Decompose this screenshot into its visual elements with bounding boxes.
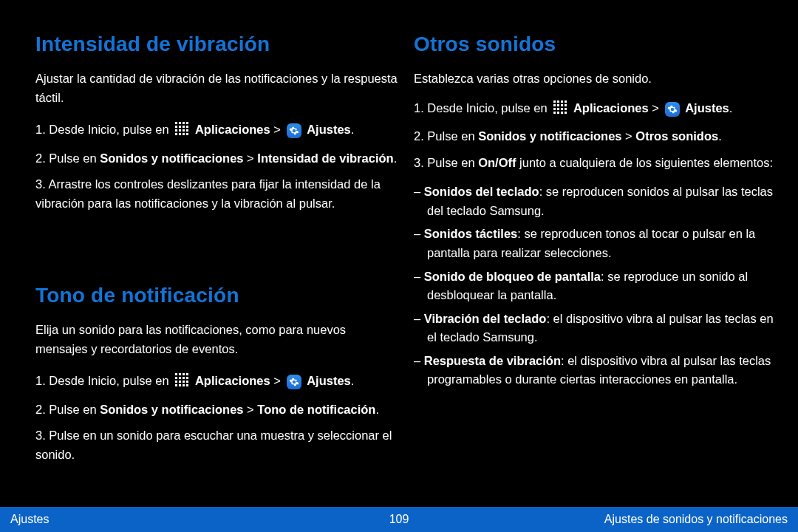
svg-rect-21 [179,377,181,379]
heading-vibration-intensity: Intensidad de vibración [35,33,398,56]
svg-rect-20 [175,377,177,379]
arrow: > [247,151,257,165]
apps-icon [174,121,189,142]
step-prefix-r: Desde Inicio, pulse en [427,101,547,115]
svg-rect-42 [561,108,563,110]
tail-vibration: Arrastre los controles deslizantes para … [35,177,381,210]
list-item: Vibración del teclado: el dispositivo vi… [414,310,776,347]
step-prefix-2: Desde Inicio, pulse en [49,374,168,387]
svg-rect-3 [186,122,188,124]
path-sounds-2: Sonidos y notificaciones [100,403,243,416]
svg-rect-47 [565,112,567,114]
svg-rect-17 [179,373,181,375]
svg-rect-40 [553,108,556,110]
svg-rect-36 [553,104,556,106]
svg-rect-2 [183,122,185,124]
list-item: Respuesta de vibración: el dispositivo v… [414,352,776,389]
svg-rect-0 [175,122,177,124]
svg-rect-26 [183,381,185,383]
svg-rect-39 [565,104,567,106]
apps-label-2: Aplicaciones [195,374,270,387]
svg-rect-23 [186,377,188,379]
arrow: > [273,374,284,387]
svg-rect-24 [175,381,177,383]
svg-rect-7 [186,126,188,128]
settings-label-r: Ajustes [685,101,729,115]
settings-label-2: Ajustes [307,374,351,387]
svg-rect-43 [565,108,567,110]
apps-icon [553,100,567,120]
svg-rect-38 [561,104,563,106]
arrow: > [247,403,257,416]
settings-label: Ajustes [307,123,351,136]
path-sounds: Sonidos y notificaciones [100,151,243,165]
heading-notification-tone: Tono de notificación [35,284,398,307]
svg-rect-30 [183,384,185,386]
svg-rect-9 [179,129,181,132]
path-end-vibration: Intensidad de vibración [257,151,393,165]
svg-rect-13 [179,133,181,135]
svg-rect-32 [553,100,556,103]
path-sounds-r: Sonidos y notificaciones [478,129,621,143]
gear-icon [287,123,301,138]
gear-icon [665,102,680,117]
svg-rect-22 [183,377,185,379]
svg-rect-11 [186,129,188,132]
path-end-tone: Tono de notificación [257,403,375,416]
svg-rect-10 [183,129,185,132]
svg-rect-14 [183,133,185,135]
svg-rect-1 [179,122,181,124]
svg-rect-12 [175,133,177,135]
svg-rect-34 [561,100,563,103]
gear-icon [287,375,301,389]
footer-left: Ajustes [10,513,49,526]
tail-tone: Pulse en un sonido para escuchar una mue… [35,429,392,461]
intro-other-sounds: Establezca varias otras opciones de soni… [414,72,652,85]
svg-rect-44 [553,112,556,114]
list-item: Sonidos táctiles: se reproducen tonos al… [414,225,776,262]
apps-label: Aplicaciones [195,123,270,136]
svg-rect-6 [183,126,185,128]
path-end-other: Otros sonidos [635,129,718,143]
svg-rect-46 [561,112,563,114]
apps-label-r: Aplicaciones [573,101,649,115]
svg-rect-33 [557,100,559,103]
apps-icon [174,372,189,393]
page-footer: Ajustes 109 Ajustes de sonidos y notific… [0,507,798,532]
svg-rect-41 [557,108,559,110]
arrow: > [625,129,635,143]
step-prefix: Desde Inicio, pulse en [49,123,168,136]
svg-rect-27 [186,381,188,383]
svg-rect-25 [179,381,181,383]
svg-rect-35 [565,100,567,103]
svg-rect-45 [557,112,559,114]
svg-rect-28 [175,384,177,386]
list-item: Sonido de bloqueo de pantalla: se reprod… [414,267,776,305]
svg-rect-5 [179,126,181,128]
footer-page-number: 109 [389,513,409,526]
intro-notification-tone: Elija un sonido para las notificaciones,… [35,323,346,355]
other-sounds-list: Sonidos del teclado: se reproducen sonid… [414,183,776,389]
intro-vibration: Ajustar la cantidad de vibración de las … [35,72,398,104]
svg-rect-8 [175,129,177,132]
footer-right: Ajustes de sonidos y notificaciones [604,513,788,526]
svg-rect-29 [179,384,181,386]
arrow: > [273,123,284,136]
heading-other-sounds: Otros sonidos [414,33,776,56]
svg-rect-15 [186,133,188,135]
arrow: > [652,101,662,115]
svg-rect-16 [175,373,177,375]
svg-rect-19 [186,373,188,375]
svg-rect-37 [557,104,559,106]
svg-rect-4 [175,126,177,128]
svg-rect-31 [186,384,188,386]
svg-rect-18 [183,373,185,375]
list-item: Sonidos del teclado: se reproducen sonid… [414,183,776,220]
